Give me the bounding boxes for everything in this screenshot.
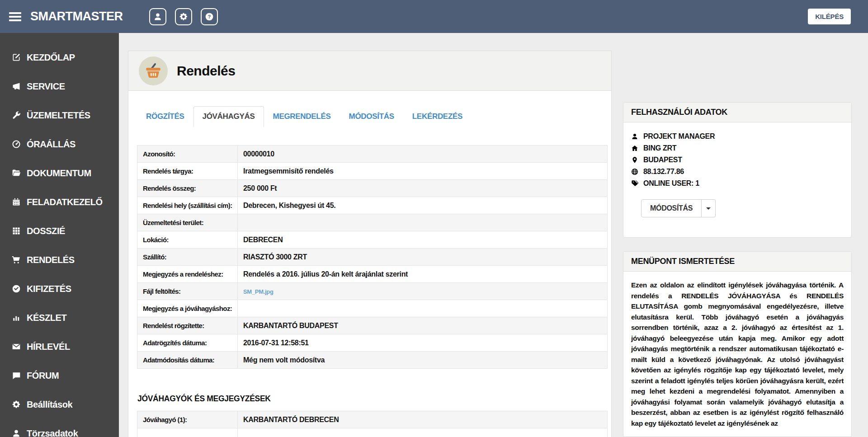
field-value: RIASZTÓ 3000 ZRT (238, 249, 608, 266)
tab-megrendeles[interactable]: MEGRENDELÉS (264, 106, 340, 127)
cart-icon (12, 255, 21, 264)
home-icon (631, 145, 638, 152)
field-value (238, 214, 608, 231)
field-value: 00000010 (238, 146, 608, 163)
sidebar-item-feladatkezelo[interactable]: FELADATKEZELŐ (0, 188, 119, 216)
sidebar-item-rendeles[interactable]: RENDELÉS (0, 245, 119, 274)
detail-row: Megjegyzés a rendeléshez:Rendelés a 2016… (137, 266, 608, 283)
field-value: 250 000 Ft (238, 180, 608, 197)
user-data-panel-body: PROJEKT MANAGERBING ZRTBUDAPEST88.132.77… (623, 122, 851, 237)
sidebar-item-torzsadatok[interactable]: Törzsadatok (0, 419, 119, 437)
tab-rogzites[interactable]: RÖGZÍTÉS (137, 106, 193, 127)
user-icon (153, 12, 162, 21)
tab-modositas[interactable]: MÓDOSÍTÁS (340, 106, 403, 127)
sidebar-item-dosszie[interactable]: DOSSZIÉ (0, 216, 119, 245)
modify-button-group: MÓDOSÍTÁS (641, 199, 716, 217)
user-data-text: BING ZRT (643, 144, 676, 152)
field-value: Rendelés a 2016. július 20-án kelt árajá… (238, 266, 608, 283)
map-marker-icon (631, 156, 638, 164)
sidebar-item-label: KIFIZETÉS (27, 284, 71, 294)
field-value: Még nem volt módosítva (238, 352, 608, 369)
user-data-text: BUDAPEST (643, 156, 682, 164)
folder-icon (12, 169, 21, 178)
sidebar-item-label: FÓRUM (27, 371, 59, 381)
grid-icon (12, 226, 21, 235)
user-data-item: BING ZRT (631, 142, 844, 154)
topbar: SMARTMASTER ? KILÉPÉS (0, 0, 868, 33)
sidebar-item-label: Beállítások (27, 399, 72, 410)
field-label: Azonosító: (137, 146, 238, 163)
sidebar-item-kifizetes[interactable]: KIFIZETÉS (0, 274, 119, 303)
field-value: 2016-07-31 12:58:51 (238, 334, 608, 352)
tab-jovahagyas[interactable]: JÓVÁHAGYÁS (193, 106, 264, 127)
detail-row: Rendelés összeg:250 000 Ft (137, 180, 608, 197)
sidebar-item-beallitasok[interactable]: Beállítások (0, 390, 119, 419)
calendar-icon (12, 197, 21, 207)
file-link[interactable]: SM_PM.jpg (243, 288, 274, 295)
user-data-item: BUDAPEST (631, 154, 844, 166)
sidebar: KEZDŐLAPSERVICEÜZEMELTETÉSÓRAÁLLÁSDOKUME… (0, 33, 119, 437)
sidebar-item-oraallas[interactable]: ÓRAÁLLÁS (0, 130, 119, 159)
tags-icon (631, 180, 638, 187)
logout-button[interactable]: KILÉPÉS (808, 9, 851, 24)
sidebar-item-kezdolap[interactable]: KEZDŐLAP (0, 43, 119, 72)
sidebar-item-keszlet[interactable]: KÉSZLET (0, 303, 119, 332)
field-value (238, 300, 608, 317)
user-data-item: PROJEKT MANAGER (631, 131, 844, 142)
user-data-text: 88.132.77.86 (643, 168, 684, 176)
sidebar-item-label: Törzsadatok (27, 428, 78, 437)
sidebar-item-forum[interactable]: FÓRUM (0, 361, 119, 390)
menu-icon[interactable] (9, 10, 21, 23)
question-icon: ? (205, 12, 214, 21)
user-data-text: ONLINE USER: 1 (643, 179, 699, 188)
sidebar-item-label: DOKUMENTUM (27, 168, 91, 179)
gauge-icon (12, 140, 21, 149)
sidebar-item-label: ÜZEMELTETÉS (27, 110, 90, 121)
field-label: Megjegyzés a jóváhagyáshoz: (137, 300, 238, 317)
field-label: Fájl feltöltés: (137, 283, 238, 300)
detail-row: Üzemeltetési terület: (137, 214, 608, 231)
help-button[interactable]: ? (201, 8, 218, 25)
sidebar-item-label: RENDELÉS (27, 255, 75, 265)
modify-dropdown-button[interactable] (702, 199, 716, 217)
tab-lekerdezes[interactable]: LEKÉRDEZÉS (403, 106, 472, 127)
user-icon (12, 429, 21, 437)
user-data-panel-title: FELHASZNÁLÓI ADATOK (623, 103, 851, 122)
user-data-panel: FELHASZNÁLÓI ADATOK PROJEKT MANAGERBING … (623, 102, 852, 238)
detail-row: Szállító:RIASZTÓ 3000 ZRT (137, 249, 608, 266)
comment-icon (12, 371, 21, 380)
gear-icon (179, 12, 188, 21)
sidebar-item-hirlevel[interactable]: HÍRLEVÉL (0, 332, 119, 361)
field-label: Üzemeltetési terület: (137, 214, 238, 231)
user-data-text: PROJEKT MANAGER (643, 132, 715, 141)
menu-info-panel: MENÜPONT ISMERTETÉSE Ezen az oldalon az … (623, 251, 852, 437)
right-column: FELHASZNÁLÓI ADATOK PROJEKT MANAGERBING … (623, 102, 852, 437)
order-card-header: Rendelés (128, 51, 611, 91)
globe-icon (631, 168, 638, 175)
field-label: Rendelési hely (szállítási cím): (137, 197, 238, 214)
bar-chart-icon (12, 313, 21, 322)
approver-row: Jóváhagyó (1):KARBANTARTÓ DEBRECEN (137, 411, 608, 428)
field-value: Debrecen, Kishegyesi út 45. (238, 197, 608, 214)
svg-text:?: ? (208, 14, 211, 19)
user-button[interactable] (149, 8, 166, 25)
sidebar-item-uzemeltetes[interactable]: ÜZEMELTETÉS (0, 101, 119, 130)
sidebar-item-service[interactable]: SERVICE (0, 72, 119, 101)
edit-icon (12, 53, 21, 62)
field-label: Megjegyzés a rendeléshez: (137, 266, 238, 283)
sidebar-item-label: DOSSZIÉ (27, 226, 65, 236)
sidebar-item-dokumentum[interactable]: DOKUMENTUM (0, 159, 119, 188)
menu-info-text: Ezen az oldalon az elindított igénylések… (623, 272, 851, 437)
field-label (137, 428, 238, 437)
modify-button[interactable]: MÓDOSÍTÁS (641, 199, 702, 217)
field-label: Rendelés összeg: (137, 180, 238, 197)
field-label: Adatmódosítás dátuma: (137, 352, 238, 369)
field-label: Szállító: (137, 249, 238, 266)
field-label: Rendelés tárgya: (137, 163, 238, 180)
settings-button[interactable] (175, 8, 192, 25)
megaphone-icon (12, 82, 21, 91)
field-label: Lokáció: (137, 231, 238, 249)
detail-row: Rendelést rögzítette:KARBANTARTÓ BUDAPES… (137, 317, 608, 334)
menu-info-panel-title: MENÜPONT ISMERTETÉSE (623, 252, 851, 272)
user-icon (631, 133, 638, 140)
